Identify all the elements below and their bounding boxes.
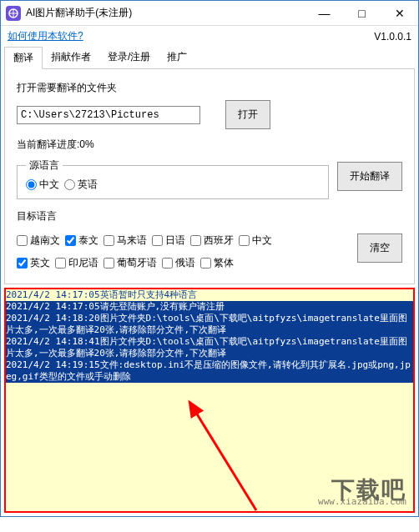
target-lang-label: 目标语言	[17, 209, 402, 223]
help-link[interactable]: 如何使用本软件?	[8, 29, 83, 43]
source-lang-legend: 源语言	[26, 158, 63, 173]
target-lang-row1: 越南文泰文马来语日语西班牙中文	[17, 233, 349, 248]
target-lang-row2: 英文印尼语葡萄牙语俄语繁体	[17, 256, 349, 270]
tabs: 翻译 捐献作者 登录/注册 推广	[4, 47, 415, 69]
log-line[interactable]: 2021/4/2 14:19:15文件:desktop.ini不是压缩的图像文件…	[6, 359, 413, 383]
open-folder-label: 打开需要翻译的文件夹	[17, 81, 402, 95]
main-panel: 打开需要翻译的文件夹 打开 当前翻译进度:0% 源语言 中文 英语 开始翻译 目…	[4, 69, 415, 284]
check-中文[interactable]: 中文	[239, 233, 272, 248]
log-line[interactable]: 2021/4/2 14:18:20图片文件夹D:\tools\桌面\下载吧\ai…	[6, 313, 413, 336]
check-葡萄牙语[interactable]: 葡萄牙语	[103, 256, 157, 270]
minimize-button[interactable]: —	[305, 1, 343, 26]
tab-promote[interactable]: 推广	[159, 47, 195, 68]
watermark-url: www.xiazaiba.com	[318, 496, 406, 508]
titlebar: AI图片翻译助手(未注册) — □ ✕	[1, 1, 418, 26]
clear-button[interactable]: 清空	[357, 233, 402, 263]
watermark: 下载吧 www.xiazaiba.com	[318, 484, 406, 508]
check-日语[interactable]: 日语	[152, 233, 185, 248]
window-title: AI图片翻译助手(未注册)	[26, 6, 305, 20]
check-印尼语[interactable]: 印尼语	[55, 256, 98, 270]
tab-donate[interactable]: 捐献作者	[43, 47, 99, 68]
close-button[interactable]: ✕	[381, 1, 418, 26]
tab-translate[interactable]: 翻译	[4, 47, 43, 69]
progress-value: 0%	[79, 138, 93, 150]
radio-english[interactable]: 英语	[64, 178, 98, 192]
progress-label: 当前翻译进度:0%	[17, 138, 402, 152]
start-translate-button[interactable]: 开始翻译	[337, 162, 402, 191]
log-panel[interactable]: 2021/4/2 14:17:05英语暂时只支持4种语言2021/4/2 14:…	[4, 288, 415, 513]
app-window: AI图片翻译助手(未注册) — □ ✕ 如何使用本软件? V1.0.0.1 翻译…	[0, 0, 419, 517]
log-line[interactable]: 2021/4/2 14:17:05请先登陆账户,没有账户请注册	[6, 301, 413, 313]
tab-login[interactable]: 登录/注册	[99, 47, 159, 68]
check-西班牙[interactable]: 西班牙	[190, 233, 234, 248]
folder-path-input[interactable]	[17, 106, 200, 124]
log-line[interactable]: 2021/4/2 14:18:41图片文件夹D:\tools\桌面\下载吧\ai…	[6, 336, 413, 359]
check-泰文[interactable]: 泰文	[65, 233, 98, 248]
check-英文[interactable]: 英文	[17, 256, 50, 270]
open-button[interactable]: 打开	[225, 100, 270, 129]
check-繁体[interactable]: 繁体	[200, 256, 234, 270]
check-马来语[interactable]: 马来语	[103, 233, 147, 248]
check-越南文[interactable]: 越南文	[17, 233, 60, 248]
watermark-text: 下载吧	[318, 484, 406, 496]
annotation-arrow-icon	[173, 394, 273, 513]
log-line[interactable]: 2021/4/2 14:17:05英语暂时只支持4种语言	[6, 289, 413, 301]
source-lang-fieldset: 源语言 中文 英语	[17, 158, 329, 199]
maximize-button[interactable]: □	[343, 1, 381, 26]
topbar: 如何使用本软件? V1.0.0.1	[1, 26, 418, 47]
version-label: V1.0.0.1	[374, 31, 411, 43]
radio-chinese[interactable]: 中文	[26, 178, 59, 192]
app-icon	[6, 6, 21, 21]
svg-line-1	[189, 402, 256, 510]
check-俄语[interactable]: 俄语	[162, 256, 195, 270]
